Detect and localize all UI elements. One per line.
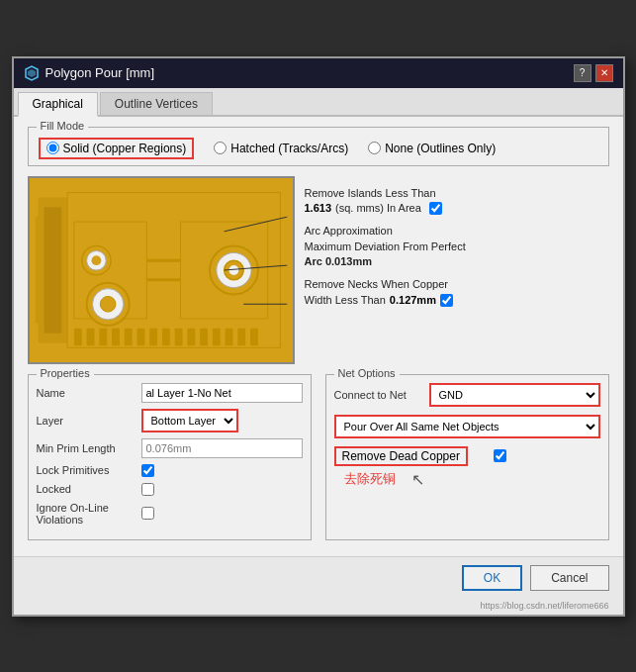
svg-rect-33 [250,328,258,345]
remove-islands-annotation: Remove Islands Less Than 1.613 (sq. mms)… [305,186,609,217]
svg-rect-23 [124,328,132,345]
svg-rect-4 [44,207,61,333]
layer-row: Layer Bottom Layer Top Layer [37,409,303,432]
svg-rect-5 [35,217,43,324]
svg-rect-21 [99,328,107,345]
svg-rect-32 [237,328,245,345]
svg-point-10 [100,296,116,312]
properties-title: Properties [37,367,94,379]
polygon-icon [24,65,40,81]
remove-islands-checkbox[interactable] [429,202,442,215]
solid-radio[interactable] [46,142,59,154]
dialog-content: Fill Mode Solid (Copper Regions) Hatched… [14,117,623,556]
bottom-section: Properties Name Layer Bottom Layer Top L… [28,374,609,540]
name-row: Name [37,383,303,403]
remove-dead-copper-checkbox[interactable] [494,449,506,462]
title-bar-left: Polygon Pour [mm] [24,65,155,81]
svg-rect-26 [161,328,169,345]
tab-graphical[interactable]: Graphical [18,92,98,117]
svg-rect-27 [174,328,182,345]
net-options-box: Net Options Connect to Net GND VCC No Ne… [325,374,609,540]
lock-primitives-row: Lock Primitives [37,464,303,477]
arc-approx-annotation: Arc Approximation Maximum Deviation From… [305,224,609,269]
polygon-pour-dialog: Polygon Pour [mm] ? ✕ Graphical Outline … [12,56,625,617]
cursor-icon: ↖ [411,470,424,489]
svg-rect-29 [200,328,208,345]
svg-rect-30 [212,328,220,345]
hatched-radio[interactable] [214,142,227,154]
hatched-option[interactable]: Hatched (Tracks/Arcs) [214,142,348,155]
middle-section: Remove Islands Less Than 1.613 (sq. mms)… [28,176,609,364]
none-option[interactable]: None (Outlines Only) [368,142,496,155]
svg-rect-19 [73,328,81,345]
svg-rect-31 [225,328,232,345]
pcb-preview [28,176,295,364]
locked-checkbox[interactable] [141,483,154,496]
net-options-title: Net Options [334,367,400,379]
tab-outline-vertices[interactable]: Outline Vertices [100,92,213,115]
svg-point-13 [91,255,101,265]
ignore-violations-checkbox[interactable] [141,507,154,520]
pcb-diagram [30,178,293,362]
connect-to-net-row: Connect to Net GND VCC No Net [334,383,600,407]
fill-mode-title: Fill Mode [37,120,89,132]
footer-url: https://blog.csdn.net/liferome666 [14,599,623,615]
cancel-button[interactable]: Cancel [530,565,608,591]
pour-over-row: Pour Over All Same Net Objects Pour Over… [334,415,600,438]
remove-dead-copper-label-box: Remove Dead Copper [334,446,468,466]
dialog-footer: OK Cancel [14,556,623,599]
svg-rect-22 [112,328,120,345]
svg-rect-20 [86,328,94,345]
name-input[interactable] [141,383,303,403]
remove-dead-copper-row: Remove Dead Copper [334,446,600,466]
svg-rect-24 [136,328,144,345]
tab-bar: Graphical Outline Vertices [14,88,623,117]
properties-box: Properties Name Layer Bottom Layer Top L… [28,374,312,540]
locked-row: Locked [37,483,303,496]
pcb-annotations: Remove Islands Less Than 1.613 (sq. mms)… [305,176,609,364]
close-button[interactable]: ✕ [595,64,613,82]
pour-over-select-box: Pour Over All Same Net Objects Pour Over… [334,415,600,438]
connect-to-net-select[interactable]: GND VCC No Net [431,385,598,405]
connect-to-net-select-box: GND VCC No Net [429,383,600,407]
remove-necks-annotation: Remove Necks When Copper Width Less Than… [305,277,609,308]
remove-necks-checkbox[interactable] [440,294,453,307]
title-bar: Polygon Pour [mm] ? ✕ [14,58,623,88]
ok-button[interactable]: OK [462,565,522,591]
min-prim-row: Min Prim Length [37,438,303,458]
help-button[interactable]: ? [574,64,591,82]
dialog-title: Polygon Pour [mm] [45,65,155,80]
svg-rect-25 [149,328,157,345]
title-controls: ? ✕ [574,64,613,82]
svg-rect-28 [187,328,195,345]
lock-primitives-checkbox[interactable] [141,464,154,477]
dead-copper-cursor-row: 去除死铜 ↖ [334,470,600,489]
pour-over-select[interactable]: Pour Over All Same Net Objects Pour Over… [336,417,598,436]
ignore-violations-row: Ignore On-Line Violations [37,502,303,526]
svg-marker-1 [28,69,36,77]
fill-mode-section: Fill Mode Solid (Copper Regions) Hatched… [28,127,609,166]
chinese-label: 去除死铜 [344,470,396,488]
min-prim-input[interactable] [141,438,303,458]
solid-option-box: Solid (Copper Regions) [39,138,195,159]
none-radio[interactable] [368,142,381,154]
fill-mode-options: Solid (Copper Regions) Hatched (Tracks/A… [39,138,598,159]
layer-select-box: Bottom Layer Top Layer [141,409,238,432]
solid-option[interactable]: Solid (Copper Regions) [46,142,187,155]
layer-select[interactable]: Bottom Layer Top Layer [143,411,236,431]
